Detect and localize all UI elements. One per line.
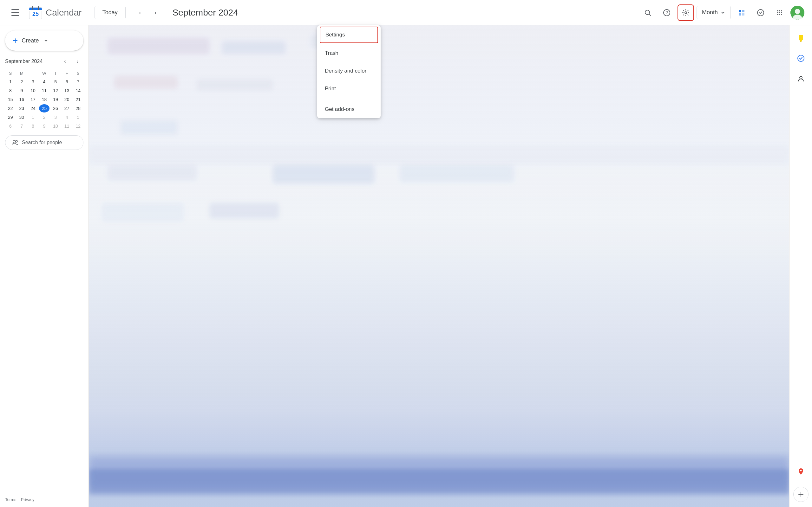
search-icon — [644, 9, 652, 16]
search-button[interactable] — [640, 4, 656, 21]
search-people-input[interactable]: Search for people — [5, 135, 84, 150]
privacy-link[interactable]: Privacy — [21, 497, 35, 502]
mini-cal-day[interactable]: 6 — [5, 122, 16, 130]
mini-cal-day[interactable]: 26 — [50, 104, 61, 112]
svg-rect-13 — [742, 10, 745, 12]
month-title: September 2024 — [172, 8, 238, 18]
prev-month-button[interactable]: ‹ — [133, 6, 147, 20]
svg-rect-14 — [739, 13, 741, 15]
keep-icon-btn[interactable] — [793, 31, 809, 46]
mini-cal-day-header: T — [28, 70, 38, 77]
svg-point-16 — [757, 9, 764, 16]
mini-cal-day[interactable]: 24 — [28, 104, 38, 112]
mini-cal-day[interactable]: 17 — [28, 95, 38, 104]
mini-cal-day[interactable]: 1 — [28, 113, 38, 121]
svg-rect-31 — [799, 35, 803, 40]
dropdown-item-print[interactable]: Print — [317, 80, 380, 98]
mini-cal-day[interactable]: 7 — [16, 122, 27, 130]
svg-rect-15 — [742, 13, 745, 15]
mini-cal-day[interactable]: 14 — [72, 87, 84, 95]
svg-rect-12 — [739, 10, 741, 12]
next-month-button[interactable]: › — [148, 6, 162, 20]
mini-cal-day[interactable]: 3 — [50, 113, 61, 121]
svg-point-18 — [779, 10, 780, 11]
mini-cal-day[interactable]: 15 — [5, 95, 16, 104]
user-avatar[interactable] — [791, 6, 804, 20]
mini-cal-day[interactable]: 13 — [61, 87, 72, 95]
mini-cal-day[interactable]: 3 — [28, 78, 38, 86]
svg-rect-3 — [29, 9, 42, 10]
mini-cal-day[interactable]: 9 — [39, 122, 50, 130]
dropdown-item-density[interactable]: Density and color — [317, 62, 380, 80]
create-button[interactable]: + Create — [5, 31, 84, 51]
mini-cal-day[interactable]: 12 — [72, 122, 84, 130]
mini-cal-grid: SMTWTFS123456789101112131415161718192021… — [5, 70, 84, 130]
mini-cal-day[interactable]: 8 — [28, 122, 38, 130]
app-name: Calendar — [46, 8, 82, 18]
grid-view-button[interactable] — [733, 4, 750, 21]
mini-cal-day[interactable]: 4 — [39, 78, 50, 86]
mini-cal-day[interactable]: 23 — [16, 104, 27, 112]
help-button[interactable]: ? — [658, 4, 675, 21]
mini-cal-day[interactable]: 28 — [72, 104, 84, 112]
mini-cal-day[interactable]: 18 — [39, 95, 50, 104]
mini-cal-day[interactable]: 11 — [39, 87, 50, 95]
maps-icon-btn[interactable] — [793, 464, 809, 479]
mini-next-button[interactable]: › — [72, 56, 84, 67]
tasks-toggle-button[interactable] — [752, 4, 769, 21]
keep-icon — [797, 34, 805, 42]
mini-cal-day[interactable]: 7 — [72, 78, 84, 86]
svg-point-11 — [685, 12, 687, 14]
mini-cal-day[interactable]: 12 — [50, 87, 61, 95]
mini-cal-header: September 2024 ‹ › — [5, 56, 84, 67]
main-content — [89, 25, 789, 507]
tasks-icon-btn[interactable] — [793, 51, 809, 66]
mini-calendar: September 2024 ‹ › SMTWTFS12345678910111… — [5, 56, 84, 130]
mini-cal-day[interactable]: 30 — [16, 113, 27, 121]
settings-button[interactable] — [677, 4, 694, 21]
mini-cal-day[interactable]: 19 — [50, 95, 61, 104]
mini-cal-day[interactable]: 4 — [61, 113, 72, 121]
mini-cal-day[interactable]: 29 — [5, 113, 16, 121]
mini-cal-day[interactable]: 22 — [5, 104, 16, 112]
dropdown-item-addons[interactable]: Get add-ons — [317, 101, 380, 118]
tasks-icon — [797, 55, 805, 62]
svg-point-19 — [781, 10, 782, 11]
mini-cal-day[interactable]: 6 — [61, 78, 72, 86]
plus-icon — [797, 491, 805, 498]
mini-cal-day[interactable]: 1 — [5, 78, 16, 86]
dropdown-item-settings[interactable]: Settings — [320, 26, 378, 43]
contacts-icon-btn[interactable] — [793, 71, 809, 86]
mini-cal-day[interactable]: 16 — [16, 95, 27, 104]
apps-button[interactable] — [771, 4, 788, 21]
mini-cal-day[interactable]: 10 — [28, 87, 38, 95]
calendar-grid — [89, 25, 789, 507]
mini-cal-day[interactable]: 5 — [72, 113, 84, 121]
svg-point-29 — [13, 140, 15, 143]
maps-icon — [797, 468, 805, 475]
mini-cal-day[interactable]: 21 — [72, 95, 84, 104]
mini-cal-day[interactable]: 11 — [61, 122, 72, 130]
sidebar: + Create September 2024 ‹ › SMTWTFS12345… — [0, 25, 89, 507]
terms-link[interactable]: Terms — [5, 497, 16, 502]
mini-prev-button[interactable]: ‹ — [59, 56, 71, 67]
mini-cal-day[interactable]: 9 — [16, 87, 27, 95]
settings-dropdown: SettingsTrashDensity and colorPrintGet a… — [317, 25, 380, 118]
view-selector[interactable]: Month — [697, 6, 731, 19]
mini-cal-day[interactable]: 2 — [16, 78, 27, 86]
mini-cal-nav: ‹ › — [59, 56, 84, 67]
mini-cal-day[interactable]: 2 — [39, 113, 50, 121]
add-other-button[interactable] — [793, 487, 809, 502]
mini-cal-day[interactable]: 25 — [39, 104, 50, 112]
mini-cal-day[interactable]: 27 — [61, 104, 72, 112]
mini-cal-day-header: M — [16, 70, 27, 77]
mini-cal-day[interactable]: 20 — [61, 95, 72, 104]
today-button[interactable]: Today — [95, 6, 125, 19]
mini-cal-day[interactable]: 5 — [50, 78, 61, 86]
mini-cal-day[interactable]: 10 — [50, 122, 61, 130]
hamburger-menu[interactable] — [8, 5, 23, 20]
dropdown-item-trash[interactable]: Trash — [317, 44, 380, 62]
chevron-down-icon — [720, 10, 725, 15]
sidebar-footer: Terms – Privacy — [5, 497, 84, 502]
mini-cal-day[interactable]: 8 — [5, 87, 16, 95]
